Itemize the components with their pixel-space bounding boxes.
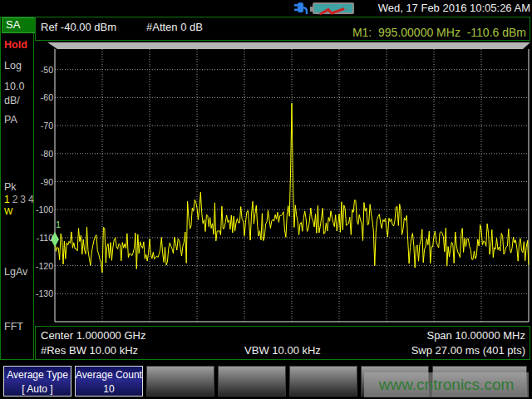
marker1-number: 1 xyxy=(56,219,61,229)
softkey-blank-3 xyxy=(146,366,214,397)
softkey-label-line1: Average Type xyxy=(4,368,71,382)
y-axis-label--50: -50 xyxy=(34,65,53,75)
scale-per-div-value: 10.0 xyxy=(4,81,24,92)
top-annotation-bar: Ref -40.00 dBm #Atten 0 dB M1: 995.00000… xyxy=(35,17,530,41)
y-axis-label--60: -60 xyxy=(34,92,53,102)
battery-icon xyxy=(313,2,354,14)
attenuation-readout: #Atten 0 dB xyxy=(146,21,203,33)
softkey-average-type[interactable]: Average Type[ Auto ] xyxy=(3,366,71,397)
y-axis-label--110: -110 xyxy=(34,233,53,243)
marker1-readout: M1: 995.00000 MHz -110.6 dBm xyxy=(352,26,526,39)
battery-charge-glyph xyxy=(314,7,352,16)
softkey-average-count[interactable]: Average Count10 xyxy=(75,366,143,397)
softkey-blank-5 xyxy=(289,366,357,397)
usb-plug-icon xyxy=(294,2,309,15)
spectrum-plot: 1 xyxy=(46,41,531,323)
settings-sidebar: SA Hold Log 10.0 dB/ PA Pk 1234 W LgAv F… xyxy=(0,17,34,360)
y-axis-label--80: -80 xyxy=(34,149,53,159)
softkey-label-line1: Average Count xyxy=(76,368,142,382)
peak-detector-indicator: Pk xyxy=(4,181,17,193)
softkey-label-line2: 10 xyxy=(76,382,142,397)
trace-number-indicator: 1234 xyxy=(4,194,37,205)
graticule-top-band xyxy=(47,42,530,49)
reference-level-readout: Ref -40.00 dBm xyxy=(41,21,116,33)
datetime-display: Wed, 17 Feb 2016 10:05:26 AM xyxy=(378,2,530,14)
y-axis-label--100: -100 xyxy=(34,204,53,214)
video-bandwidth-readout: VBW 10.00 kHz xyxy=(244,344,321,357)
softkey-blank-4 xyxy=(218,366,286,397)
log-average-indicator: LgAv xyxy=(4,266,27,278)
trace-numbers-inactive: 234 xyxy=(12,194,37,205)
softkey-label-line2: [ Auto ] xyxy=(4,382,71,397)
y-axis-label--120: -120 xyxy=(34,261,53,271)
sweep-hold-indicator: Hold xyxy=(4,39,27,51)
bottom-annotation-bar: Center 1.000000 GHz Span 10.00000 MHz #R… xyxy=(35,326,530,360)
trace-1 xyxy=(55,103,529,273)
amplitude-scale-type: Log xyxy=(4,60,22,71)
battery-nub xyxy=(310,7,313,12)
center-frequency-readout: Center 1.000000 GHz xyxy=(41,329,145,342)
trace-write-mode: W xyxy=(4,206,12,216)
sweep-time-readout: Swp 27.00 ms (401 pts) xyxy=(411,344,525,357)
y-axis-label--130: -130 xyxy=(34,288,53,298)
status-bar: Wed, 17 Feb 2016 10:05:26 AM xyxy=(0,0,532,17)
spectrum-analyzer-screen: Wed, 17 Feb 2016 10:05:26 AM SA Hold Log… xyxy=(0,0,532,399)
preamp-indicator: PA xyxy=(4,114,17,126)
y-axis-label--90: -90 xyxy=(34,177,53,187)
span-readout: Span 10.00000 MHz xyxy=(426,329,525,342)
trace-number-active: 1 xyxy=(4,194,12,205)
resolution-bandwidth-readout: #Res BW 10.00 kHz xyxy=(41,344,138,357)
scale-per-div-unit: dB/ xyxy=(4,95,20,106)
fft-indicator: FFT xyxy=(4,321,23,332)
watermark-text: www.cntronics.com xyxy=(364,372,529,397)
mode-tab-sa: SA xyxy=(2,17,37,33)
plot-border xyxy=(55,49,529,322)
y-axis-label--70: -70 xyxy=(34,121,53,131)
